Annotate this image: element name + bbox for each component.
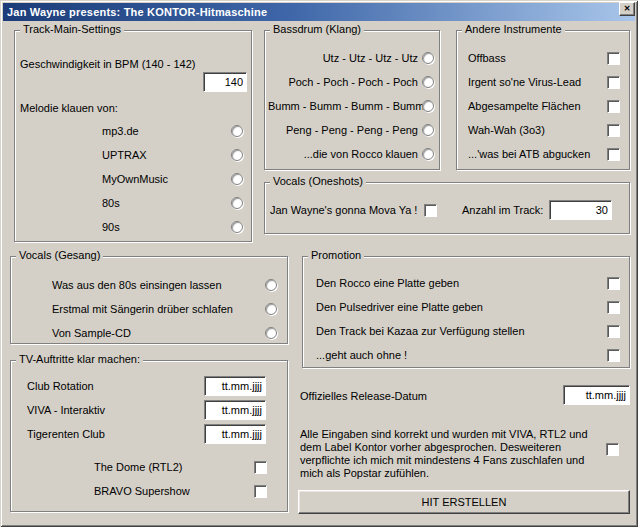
release-datum-input[interactable] (563, 385, 630, 405)
promotion-option-label-rocco: Den Rocco eine Platte geben (316, 276, 459, 290)
anzahl-im-track-label: Anzahl im Track: (462, 203, 543, 217)
hit-erstellen-button[interactable]: HIT ERSTELLEN (298, 490, 630, 514)
gesang-option-label-samplecd: Von Sample-CD (52, 326, 131, 340)
melodie-label: Melodie klauen von: (20, 101, 118, 115)
instrumente-checkbox-wahwah[interactable] (607, 124, 620, 137)
release-datum-label: Offizielles Release-Datum (300, 389, 427, 403)
group-vocals-oneshots-legend: Vocals (Oneshots) (270, 175, 366, 188)
bassdrum-radio-bumm[interactable] (422, 100, 434, 112)
gesang-radio-samplecd[interactable] (265, 327, 277, 339)
promotion-checkbox-pulsedriver[interactable] (607, 301, 620, 314)
melodie-option-label-myownmusic: MyOwnMusic (102, 172, 168, 186)
dialog-window: Jan Wayne presents: The KONTOR-Hitmaschi… (0, 0, 638, 527)
gesang-radio-80s[interactable] (265, 279, 277, 291)
promotion-option-label-pulsedriver: Den Pulsedriver eine Platte geben (316, 300, 483, 314)
instrumente-checkbox-offbass[interactable] (607, 52, 620, 65)
bassdrum-radio-poch[interactable] (422, 76, 434, 88)
melodie-radio-uptrax[interactable] (231, 149, 243, 161)
bassdrum-radio-peng[interactable] (422, 124, 434, 136)
instrumente-option-label-offbass: Offbass (468, 51, 506, 65)
instrumente-option-label-flaechen: Abgesampelte Flächen (468, 99, 581, 113)
bassdrum-option-label-peng: Peng - Peng - Peng - Peng (268, 123, 418, 137)
bassdrum-option-label-bumm: Bumm - Bumm - Bumm - Bumm (268, 99, 418, 113)
mova-ya-checkbox[interactable] (424, 204, 437, 217)
gesang-option-label-saengerin: Erstmal mit Sängerin drüber schlafen (52, 302, 233, 316)
melodie-option-label-mp3de: mp3.de (102, 124, 139, 138)
disclaimer-checkbox[interactable] (606, 443, 619, 456)
bravo-supershow-checkbox[interactable] (254, 485, 267, 498)
melodie-option-label-80s: 80s (102, 196, 120, 210)
window-title: Jan Wayne presents: The KONTOR-Hitmaschi… (3, 6, 267, 18)
close-button[interactable]: ✕ (619, 2, 635, 16)
bassdrum-option-label-utz: Utz - Utz - Utz - Utz (268, 51, 418, 65)
group-andere-instrumente-legend: Andere Instrumente (462, 23, 565, 36)
tv-label-club-rotation: Club Rotation (27, 379, 94, 393)
instrumente-option-label-atb: ...'was bei ATB abgucken (468, 147, 590, 161)
group-vocals-gesang-legend: Vocals (Gesang) (16, 249, 103, 262)
promotion-checkbox-kazaa[interactable] (607, 325, 620, 338)
melodie-radio-mp3de[interactable] (231, 125, 243, 137)
melodie-option-label-90s: 90s (102, 220, 120, 234)
tv-label-bravo-supershow: BRAVO Supershow (94, 484, 190, 498)
instrumente-option-label-viruslead: Irgent so'ne Virus-Lead (468, 75, 581, 89)
bassdrum-option-label-rocco: ...die von Rocco klauen (268, 147, 418, 161)
club-rotation-date-input[interactable] (204, 376, 266, 396)
instrumente-option-label-wahwah: Wah-Wah (3o3) (468, 123, 545, 137)
melodie-radio-myownmusic[interactable] (231, 173, 243, 185)
instrumente-checkbox-flaechen[interactable] (607, 100, 620, 113)
group-track-main-settings-legend: Track-Main-Settings (20, 23, 124, 36)
instrumente-checkbox-viruslead[interactable] (607, 76, 620, 89)
melodie-option-label-uptrax: UPTRAX (102, 148, 147, 162)
melodie-radio-90s[interactable] (231, 221, 243, 233)
group-tv-auftritte-legend: TV-Auftritte klar machen: (16, 353, 143, 366)
the-dome-checkbox[interactable] (254, 461, 267, 474)
tigerenten-club-date-input[interactable] (204, 424, 266, 444)
instrumente-checkbox-atb[interactable] (607, 148, 620, 161)
tv-label-tigerenten-club: Tigerenten Club (27, 427, 105, 441)
bpm-input[interactable] (203, 72, 247, 92)
promotion-checkbox-ohne[interactable] (607, 349, 620, 362)
close-icon: ✕ (624, 5, 631, 13)
tv-label-viva-interaktiv: VIVA - Interaktiv (27, 403, 105, 417)
mova-ya-label: Jan Wayne's gonna Mova Ya ! (270, 203, 417, 217)
bassdrum-radio-utz[interactable] (422, 52, 434, 64)
promotion-option-label-kazaa: Den Track bei Kazaa zur Verfügung stelle… (316, 324, 525, 338)
viva-interaktiv-date-input[interactable] (204, 400, 266, 420)
tv-label-the-dome: The Dome (RTL2) (94, 460, 182, 474)
gesang-option-label-80s: Was aus den 80s einsingen lassen (52, 278, 222, 292)
disclaimer-text: Alle Eingaben sind korrekt und wurden mi… (300, 428, 604, 480)
melodie-radio-80s[interactable] (231, 197, 243, 209)
anzahl-im-track-input[interactable] (549, 200, 612, 220)
gesang-radio-saengerin[interactable] (265, 303, 277, 315)
bpm-label: Geschwindigkeit in BPM (140 - 142) (20, 57, 195, 71)
promotion-checkbox-rocco[interactable] (607, 277, 620, 290)
promotion-option-label-ohne: ...geht auch ohne ! (316, 348, 407, 362)
bassdrum-option-label-poch: Poch - Poch - Poch - Poch (268, 75, 418, 89)
title-bar[interactable]: Jan Wayne presents: The KONTOR-Hitmaschi… (3, 3, 635, 21)
group-bassdrum-legend: Bassdrum (Klang) (270, 23, 364, 36)
bassdrum-radio-rocco[interactable] (422, 148, 434, 160)
group-promotion-legend: Promotion (308, 249, 364, 262)
